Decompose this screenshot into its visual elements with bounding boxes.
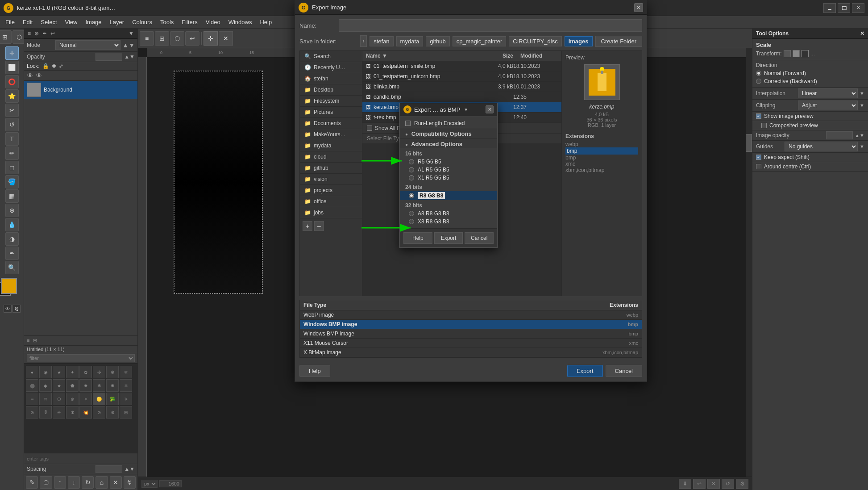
bmp-export-btn[interactable]: Export: [434, 232, 463, 244]
folder-back-btn[interactable]: ‹: [360, 35, 367, 47]
file-type-bmp1[interactable]: Windows BMP image bmp: [300, 320, 642, 329]
unit-select[interactable]: px: [141, 480, 158, 488]
places-filesystem[interactable]: 📁 Filesystem: [300, 96, 362, 107]
tool-dodge[interactable]: ◑: [5, 232, 19, 246]
lower-layer[interactable]: ↑: [54, 476, 66, 489]
tool-path[interactable]: ✒: [5, 247, 19, 260]
direction-corrective-radio[interactable]: [756, 79, 761, 84]
a1r5g5b5-row[interactable]: A1 R5 G5 B5: [400, 166, 497, 174]
clipping-arrow-icon[interactable]: ▼: [860, 103, 864, 108]
scale-tool-icon[interactable]: ✛: [204, 31, 218, 46]
file-row-blinka[interactable]: 🖼 blinka.bmp 3,9 kB 10.01.2023: [362, 82, 561, 92]
scrollbar-thumb[interactable]: [746, 134, 752, 152]
places-github[interactable]: 📁 github: [300, 163, 362, 174]
export-cancel-btn[interactable]: Cancel: [606, 365, 642, 377]
file-row-unicorn[interactable]: 🖼 01_testpattern_unicorn.bmp 4,0 kB 18.1…: [362, 71, 561, 82]
tool-lasso[interactable]: ⭕: [5, 75, 19, 88]
guides-select[interactable]: No guides: [785, 142, 858, 151]
bmp-cancel-btn[interactable]: Cancel: [465, 232, 494, 244]
toolbox-grid-btn[interactable]: ⊞: [0, 30, 12, 44]
brush-3[interactable]: ★: [53, 366, 65, 378]
places-projects[interactable]: 📁 projects: [300, 185, 362, 196]
brush-27[interactable]: ✳: [53, 406, 65, 419]
places-desktop[interactable]: 📁 Desktop: [300, 84, 362, 96]
places-makeyours[interactable]: 📁 MakeYours…: [300, 129, 362, 140]
interpolation-arrow-icon[interactable]: ▼: [860, 91, 864, 96]
settings-btn[interactable]: ⚙: [736, 479, 748, 489]
show-image-preview-row[interactable]: Show image preview: [752, 112, 868, 121]
tool-rotate[interactable]: ↺: [5, 118, 19, 131]
zoom-input[interactable]: [159, 480, 182, 487]
brush-16[interactable]: ⚛: [120, 379, 132, 392]
tool-rect-select[interactable]: ⬜: [5, 61, 19, 74]
tool-fuzzy-select[interactable]: ⭐: [5, 89, 19, 103]
menu-view[interactable]: View: [62, 17, 81, 27]
file-type-bmp2[interactable]: Windows BMP image bmp: [300, 329, 642, 339]
compatibility-header[interactable]: ● Compatibility Options: [400, 128, 497, 138]
menu-file[interactable]: File: [2, 17, 18, 27]
bmp-help-btn[interactable]: Help: [403, 232, 432, 244]
files-col-modified[interactable]: Modified: [517, 51, 561, 61]
menu-edit[interactable]: Edit: [19, 17, 36, 27]
brush-2[interactable]: ◉: [39, 366, 52, 378]
show-all-files-checkbox[interactable]: [367, 126, 372, 131]
opacity-input[interactable]: 100,0: [96, 53, 122, 61]
file-type-xmc[interactable]: X11 Mouse Cursor xmc: [300, 339, 642, 348]
brush-10[interactable]: ◆: [39, 379, 52, 392]
canvas-lasso-btn[interactable]: ⬡: [170, 31, 184, 46]
anchor-layer[interactable]: ⌂: [96, 476, 108, 489]
tool-eraser[interactable]: ◻: [5, 161, 19, 174]
places-recently[interactable]: 🕐 Recently U…: [300, 62, 362, 73]
tool-paint[interactable]: ✏: [5, 147, 19, 160]
spacing-spinner-icon[interactable]: ▲▼: [124, 466, 135, 472]
menu-windows[interactable]: Windows: [225, 17, 256, 27]
tab-channels[interactable]: ⊕: [34, 30, 39, 37]
brush-19[interactable]: ⬡: [53, 393, 65, 405]
x1r5g5b5-row[interactable]: X1 R5 G5 B5: [400, 174, 497, 182]
files-col-size[interactable]: Size: [481, 51, 517, 61]
around-centre-row[interactable]: Around centre (Ctrl): [752, 162, 868, 172]
delete-layer[interactable]: ✕: [110, 476, 122, 489]
name-input[interactable]: kerze.bmp: [339, 19, 642, 32]
tool-zoom[interactable]: 🔍: [5, 261, 19, 274]
composited-preview-checkbox[interactable]: [761, 123, 767, 128]
brush-23[interactable]: 🥦: [106, 393, 119, 405]
keep-aspect-row[interactable]: Keep aspect (Shift): [752, 153, 868, 162]
create-folder-btn[interactable]: Create Folder: [595, 36, 642, 47]
refresh-btn[interactable]: ↺: [722, 479, 734, 489]
breadcrumb-mydata[interactable]: mydata: [396, 36, 424, 46]
places-stefan[interactable]: 🏠 stefan: [300, 73, 362, 84]
bmp-title-dropdown-arrow[interactable]: ▼: [464, 107, 468, 112]
brush-6[interactable]: ✣: [93, 366, 105, 378]
spacing-input[interactable]: 20,0: [96, 465, 122, 473]
export-small-btn[interactable]: ⬇: [679, 479, 691, 489]
mode-down-icon[interactable]: ▲▼: [122, 42, 135, 49]
menu-tools[interactable]: Tools: [157, 17, 177, 27]
image-opacity-input[interactable]: 100,0: [826, 131, 853, 139]
lock-alpha-icon[interactable]: 🔒: [42, 63, 49, 69]
patterns-tab[interactable]: ⊞: [33, 338, 37, 343]
brush-18[interactable]: ≋: [39, 393, 52, 405]
tool-move[interactable]: ✛: [5, 46, 19, 60]
brush-4[interactable]: ✦: [66, 366, 79, 378]
around-centre-checkbox[interactable]: [756, 164, 761, 169]
minimize-btn[interactable]: 🗕: [823, 3, 836, 13]
tool-crop[interactable]: ✂: [5, 104, 19, 117]
composited-preview-row[interactable]: Composited preview: [752, 121, 868, 130]
breadcrumb-cp-magic[interactable]: cp_magic_painter: [453, 36, 507, 46]
menu-video[interactable]: Video: [202, 17, 224, 27]
canvas-close-btn[interactable]: ✕: [219, 31, 233, 46]
tool-options-menu-btn[interactable]: ✕: [860, 30, 864, 37]
brush-32[interactable]: ⊞: [120, 406, 132, 419]
copy-layer[interactable]: ↻: [82, 476, 94, 489]
places-pictures[interactable]: 📁 Pictures: [300, 107, 362, 118]
brush-5[interactable]: ✿: [79, 366, 92, 378]
places-office[interactable]: 📁 office: [300, 196, 362, 207]
files-col-name[interactable]: Name ▼: [362, 51, 481, 61]
brush-13[interactable]: ✸: [79, 379, 92, 392]
vertical-scrollbar[interactable]: [746, 48, 752, 477]
brush-8[interactable]: ❄: [120, 366, 132, 378]
breadcrumb-github[interactable]: github: [426, 36, 449, 46]
brush-31[interactable]: ⚙: [106, 406, 119, 419]
x1r5g5b5-radio[interactable]: [409, 175, 414, 180]
